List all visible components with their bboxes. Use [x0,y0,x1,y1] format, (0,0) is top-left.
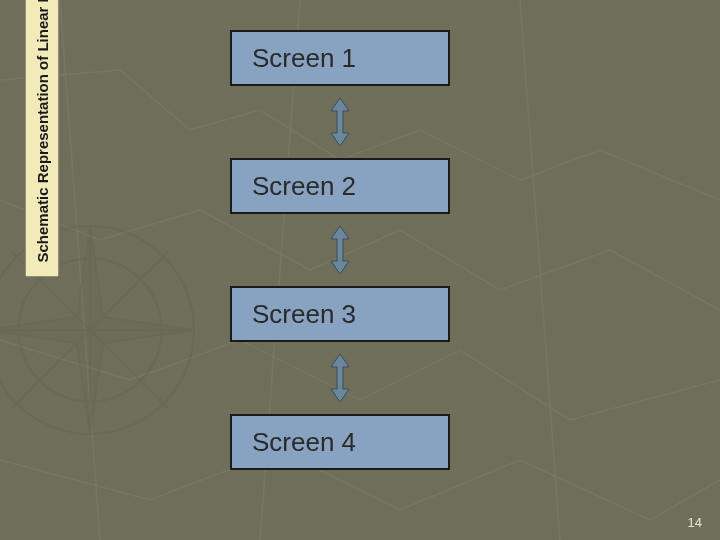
double-arrow-icon [329,226,351,274]
screen-label: Screen 2 [252,171,356,202]
screen-box-4: Screen 4 [230,414,450,470]
slide-title-vertical: Schematic Representation of Linear Nav M… [25,0,60,278]
page-number: 14 [688,515,702,530]
screen-box-3: Screen 3 [230,286,450,342]
svg-point-1 [19,259,162,402]
screen-box-1: Screen 1 [230,30,450,86]
double-arrow-icon [329,98,351,146]
screen-box-2: Screen 2 [230,158,450,214]
screen-label: Screen 4 [252,427,356,458]
screen-label: Screen 3 [252,299,356,330]
double-arrow-icon [329,354,351,402]
screen-label: Screen 1 [252,43,356,74]
linear-nav-diagram: Screen 1 Screen 2 Screen 3 Screen 4 [210,30,470,470]
